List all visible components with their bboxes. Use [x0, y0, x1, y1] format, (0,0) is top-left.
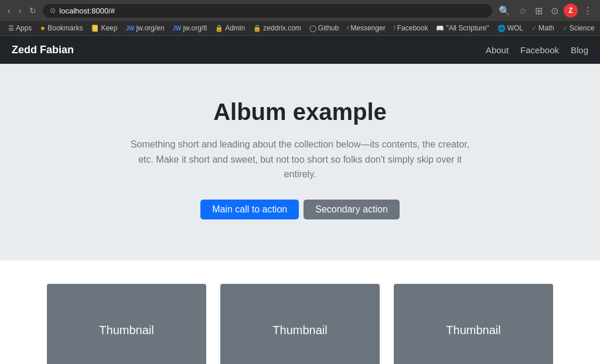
facebook-icon: f — [394, 25, 396, 32]
wol-icon: 🌐 — [497, 25, 506, 32]
jwtl-icon: JW — [172, 25, 181, 32]
nav-buttons: ‹ › ↻ — [5, 5, 39, 16]
thumbnails-section: Thumbnail Thumbnail Thumbnail — [0, 260, 600, 364]
browser-toolbar: ‹ › ↻ ⊙ 🔍 ☆ ⊞ ⊙ Z ⋮ — [0, 0, 600, 21]
bookmark-keep-label: Keep — [101, 24, 117, 32]
bookmark-math-label: Math — [538, 24, 554, 32]
browser-actions: 🔍 ☆ ⊞ ⊙ Z ⋮ — [496, 4, 595, 18]
bookmark-messenger-label: Messenger — [350, 24, 385, 32]
science-icon: ✓ — [562, 25, 568, 32]
url-input[interactable] — [59, 6, 485, 15]
bookmark-wol-label: WOL — [507, 24, 523, 32]
bookmark-apps-label: Apps — [16, 24, 32, 32]
bookmarks-bar: ☰ Apps ★ Bookmarks 📒 Keep JW jw.org/en J… — [0, 21, 600, 36]
bookmark-jwtl-label: jw.org/tl — [183, 24, 207, 32]
back-button[interactable]: ‹ — [5, 5, 13, 16]
primary-action-button[interactable]: Main call to action — [200, 200, 299, 219]
thumbnails-grid: Thumbnail Thumbnail Thumbnail — [47, 284, 553, 364]
math-icon: ✓ — [531, 25, 537, 32]
reload-button[interactable]: ↻ — [26, 5, 39, 16]
site-nav: Zedd Fabian About Facebook Blog — [0, 36, 600, 64]
bookmark-bookmarks[interactable]: ★ Bookmarks — [36, 23, 86, 33]
bookmark-jwtl[interactable]: JW jw.org/tl — [169, 23, 210, 33]
bookmark-facebook[interactable]: f Facebook — [390, 23, 432, 33]
nav-link-blog[interactable]: Blog — [571, 45, 588, 55]
nav-link-about[interactable]: About — [486, 45, 509, 55]
bookmark-science-label: Science — [570, 24, 595, 32]
bookmark-science[interactable]: ✓ Science — [559, 23, 598, 33]
bookmark-allscripture[interactable]: 📖 "All Scripture" — [432, 23, 492, 33]
user-avatar-button[interactable]: Z — [564, 4, 578, 18]
thumbnail-card-2[interactable]: Thumbnail — [220, 284, 380, 364]
nav-link-facebook[interactable]: Facebook — [520, 45, 559, 55]
account-icon-button[interactable]: ⊙ — [548, 4, 561, 18]
bookmark-bookmarks-label: Bookmarks — [47, 24, 83, 32]
bookmark-github[interactable]: ◯ Github — [306, 23, 342, 33]
bookmark-github-label: Github — [318, 24, 339, 32]
bookmark-wol[interactable]: 🌐 WOL — [494, 23, 527, 33]
website-content: Zedd Fabian About Facebook Blog Album ex… — [0, 36, 600, 364]
zeddrix-icon: 🔒 — [253, 25, 261, 32]
browser-chrome: ‹ › ↻ ⊙ 🔍 ☆ ⊞ ⊙ Z ⋮ ☰ Apps ★ Bookmarks 📒… — [0, 0, 600, 36]
menu-icon-button[interactable]: ⋮ — [580, 4, 595, 18]
lock-icon: ⊙ — [50, 6, 56, 15]
apps-icon: ☰ — [8, 25, 14, 32]
hero-section: Album example Something short and leadin… — [0, 64, 600, 260]
bookmark-admin-label: Admin — [225, 24, 245, 32]
search-icon-button[interactable]: 🔍 — [496, 4, 513, 18]
forward-button[interactable]: › — [16, 5, 25, 16]
thumbnail-card-3[interactable]: Thumbnail — [394, 284, 553, 364]
bookmark-zeddrix-label: zeddrix.com — [263, 24, 301, 32]
star-icon-button[interactable]: ☆ — [516, 4, 530, 18]
hero-description: Something short and leading about the co… — [124, 137, 476, 182]
hero-title: Album example — [12, 99, 588, 125]
hero-buttons: Main call to action Secondary action — [12, 200, 588, 219]
bookmark-facebook-label: Facebook — [397, 24, 428, 32]
extensions-icon-button[interactable]: ⊞ — [532, 4, 546, 18]
messenger-icon: f — [347, 25, 349, 32]
bookmark-allscripture-label: "All Scripture" — [446, 24, 489, 32]
admin-icon: 🔒 — [215, 25, 223, 32]
bookmark-jwen-label: jw.org/en — [136, 24, 164, 32]
secondary-action-button[interactable]: Secondary action — [304, 200, 400, 219]
address-bar: ⊙ — [43, 4, 492, 18]
bookmark-zeddrix[interactable]: 🔒 zeddrix.com — [250, 23, 305, 33]
bookmark-messenger[interactable]: f Messenger — [343, 23, 388, 33]
jwen-icon: JW — [125, 25, 134, 32]
star-icon: ★ — [40, 25, 46, 32]
site-brand: Zedd Fabian — [12, 44, 74, 56]
bookmark-apps[interactable]: ☰ Apps — [5, 23, 35, 33]
bookmark-keep[interactable]: 📒 Keep — [87, 23, 121, 33]
site-nav-links: About Facebook Blog — [486, 45, 588, 55]
keep-icon: 📒 — [91, 25, 99, 32]
bookmark-admin[interactable]: 🔒 Admin — [212, 23, 248, 33]
bookmark-math[interactable]: ✓ Math — [528, 23, 558, 33]
github-icon: ◯ — [309, 25, 316, 32]
allscripture-icon: 📖 — [436, 25, 444, 32]
thumbnail-card-1[interactable]: Thumbnail — [47, 284, 206, 364]
bookmark-jwen[interactable]: JW jw.org/en — [122, 23, 168, 33]
